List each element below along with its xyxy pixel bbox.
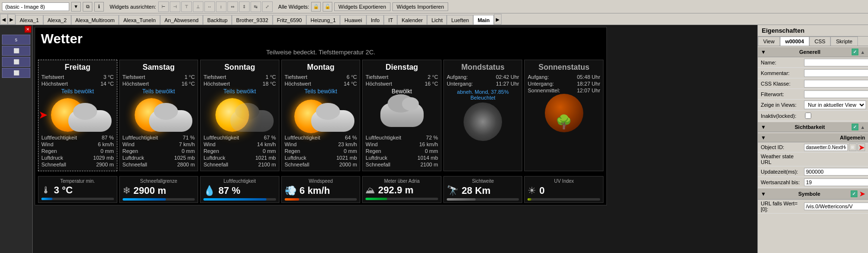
- day-card-montag[interactable]: Montag Tiefstwert6 °C Höchstwert14 °C Te…: [281, 60, 361, 171]
- tab-brother[interactable]: Brother_9332: [232, 15, 273, 25]
- tab-heizung[interactable]: Heizung_1: [306, 15, 340, 25]
- field-wertsanzahl-input[interactable]: [804, 178, 868, 186]
- align-top-icon[interactable]: ⊥: [193, 1, 203, 12]
- object-id-arrow-button[interactable]: ➤: [857, 143, 865, 151]
- align-right-icon[interactable]: ⊤: [181, 1, 192, 12]
- tab-css[interactable]: CSS: [809, 37, 831, 46]
- field-css-klasse: CSS Klasse:: [758, 78, 868, 89]
- tab-w00004[interactable]: w00004: [780, 37, 809, 46]
- field-css-klasse-label: CSS Klasse:: [761, 81, 804, 87]
- nav-button-3[interactable]: ⬜: [2, 57, 30, 67]
- align-center-h-icon[interactable]: ⊣: [170, 1, 180, 12]
- field-updatezeit-input[interactable]: [804, 168, 868, 176]
- tab-fritz[interactable]: Fritz_6590: [273, 15, 306, 25]
- tab-alexa-tunein[interactable]: Alexa_TuneIn: [119, 15, 160, 25]
- import-button[interactable]: Widgets Importieren: [392, 2, 448, 11]
- generell-check-icon[interactable]: ✓: [852, 49, 858, 55]
- align-center-v-icon[interactable]: ↔: [204, 1, 215, 12]
- nav-button-1[interactable]: s: [2, 35, 30, 45]
- day-icon-samstag: [123, 96, 195, 134]
- filter-icon: ▼: [761, 49, 766, 55]
- stat-adria: Meter über Adria ⛰ 292.9 m: [362, 176, 441, 203]
- stat-snow-bar: [123, 198, 195, 201]
- tab-backltup[interactable]: Backltup: [203, 15, 232, 25]
- field-filterwort-input[interactable]: [804, 90, 868, 98]
- stat-wind-bar: [285, 198, 357, 201]
- copy-object-id-button[interactable]: ⊞: [849, 143, 856, 151]
- day-tief-val: 3 °C: [103, 74, 114, 80]
- day-card-sonntag[interactable]: Sonntag Tiefstwert1 °C Höchstwert18 °C T…: [200, 60, 279, 171]
- day-card-freitag[interactable]: Freitag Tiefstwert 3 °C Höchstwert 14 °C…: [38, 60, 117, 171]
- tab-view[interactable]: View: [758, 37, 780, 46]
- field-name-input[interactable]: [804, 59, 868, 66]
- nav-button-2[interactable]: ⬜: [2, 46, 30, 56]
- day-condition-freitag[interactable]: Teils bewölkt: [41, 87, 114, 96]
- day-icon-sonntag: [203, 96, 276, 134]
- same-width-icon[interactable]: ↹: [251, 1, 261, 12]
- tab-alexa1[interactable]: Alexa_1: [15, 15, 43, 25]
- tab-info[interactable]: Info: [366, 15, 384, 25]
- export-button[interactable]: Widgets Exportieren: [334, 2, 390, 11]
- sichtbarkeit-check-icon[interactable]: ✓: [852, 124, 858, 130]
- sichtbarkeit-collapse-icon[interactable]: ▲: [860, 125, 865, 130]
- tab-alexa2[interactable]: Alexa_2: [43, 15, 71, 25]
- nav-button-4[interactable]: ⬜: [2, 68, 30, 78]
- toolbar: (basic - Image 8) ▼ ⧉ ℹ Widgets ausricht…: [0, 0, 868, 13]
- field-zeige-views-select[interactable]: Nur in aktueller View: [804, 101, 866, 109]
- stat-humidity-fri: Luftfeuchtigkeit 87 %: [41, 134, 114, 141]
- distribute-v-icon[interactable]: ⇕: [239, 1, 250, 12]
- day-card-samstag[interactable]: Samstag Tiefstwert1 °C Höchstwert16 °C T…: [119, 60, 199, 171]
- tab-licht[interactable]: Licht: [427, 15, 447, 25]
- stat-wind-label: Windspeed: [285, 178, 357, 184]
- tab-lueften[interactable]: Lueften: [447, 15, 473, 25]
- stat-wind-value: 6 km/h: [300, 185, 330, 196]
- day-condition-samstag[interactable]: Teils bewölkt: [123, 87, 195, 96]
- minimize-button[interactable]: ▼: [71, 2, 81, 12]
- tab-it[interactable]: IT: [384, 15, 397, 25]
- field-weather-url: Weather state URL: [758, 152, 868, 166]
- tab-skripte[interactable]: Skripte: [830, 37, 857, 46]
- section-symbole-label: Symbole: [798, 191, 820, 197]
- duplicate-button[interactable]: ⧉: [83, 2, 92, 12]
- day-card-dienstag[interactable]: Dienstag Tiefstwert2 °C Höchstwert16 °C …: [362, 60, 441, 171]
- mountain-icon: ⛰: [365, 185, 375, 196]
- tab-huawei[interactable]: Huawei: [340, 15, 366, 25]
- tab-alexa-multiroom[interactable]: Alexa_Multiroom: [71, 15, 119, 25]
- weather-widget: Wetter Teilweise bedeckt. Tiefsttemperat…: [35, 27, 607, 205]
- tab-kalender[interactable]: Kalender: [397, 15, 427, 25]
- field-inaktiv-checkbox[interactable]: [805, 113, 811, 119]
- left-panel: ✕ s ⬜ ⬜ ⬜: [0, 25, 33, 253]
- section-sichtbarkeit: ▼ Sichtbarkeit ✓ ▲: [758, 122, 868, 132]
- day-icon-dienstag: [365, 96, 438, 134]
- center-area[interactable]: Wetter Teilweise bedeckt. Tiefsttemperat…: [33, 25, 757, 253]
- day-name-montag: Montag: [285, 63, 357, 74]
- stat-sight-value: 28 Km: [462, 185, 491, 196]
- stat-uv-value: 0: [539, 185, 544, 196]
- field-object-id-input[interactable]: [804, 144, 848, 151]
- tab-more[interactable]: ▶: [494, 14, 502, 25]
- tab-scroll-left[interactable]: ◀: [0, 14, 8, 25]
- align-bottom-icon[interactable]: ↕: [216, 1, 226, 12]
- day-condition-sonntag[interactable]: Teils bewölkt: [203, 87, 276, 96]
- unlock-icon[interactable]: 🔓: [323, 2, 332, 12]
- info-button[interactable]: ℹ: [94, 2, 104, 12]
- distribute-h-icon[interactable]: ⇔: [227, 1, 238, 12]
- stat-temp-min: Temperatur min. 🌡 3 °C: [38, 176, 117, 203]
- day-card-sun: Sonnenstatus Aufgang:05:48 Uhr Untergang…: [524, 60, 604, 171]
- symbole-check-icon[interactable]: ✓: [851, 190, 857, 197]
- field-updatezeit-label: Updatezeit(ms):: [761, 169, 804, 175]
- symbole-arrow-icon[interactable]: ➤: [859, 190, 865, 198]
- lock-icon[interactable]: 🔒: [311, 2, 321, 12]
- tab-scroll-right[interactable]: ▶: [8, 14, 15, 25]
- align-left-icon[interactable]: ⊢: [158, 1, 169, 12]
- field-css-klasse-input[interactable]: [804, 80, 868, 88]
- close-panel-button[interactable]: ✕: [25, 26, 31, 33]
- day-condition-montag[interactable]: Teils bewölkt: [285, 87, 357, 96]
- tab-an-abwesend[interactable]: An_Abwesend: [160, 15, 203, 25]
- field-url-falls-input[interactable]: [804, 202, 868, 210]
- field-kommentar-input[interactable]: [804, 69, 868, 77]
- same-height-icon[interactable]: ⤢: [262, 1, 273, 12]
- cloud-icon: [68, 110, 112, 132]
- tab-main[interactable]: Main: [473, 15, 494, 25]
- generell-arrow-icon[interactable]: ▲: [860, 50, 865, 55]
